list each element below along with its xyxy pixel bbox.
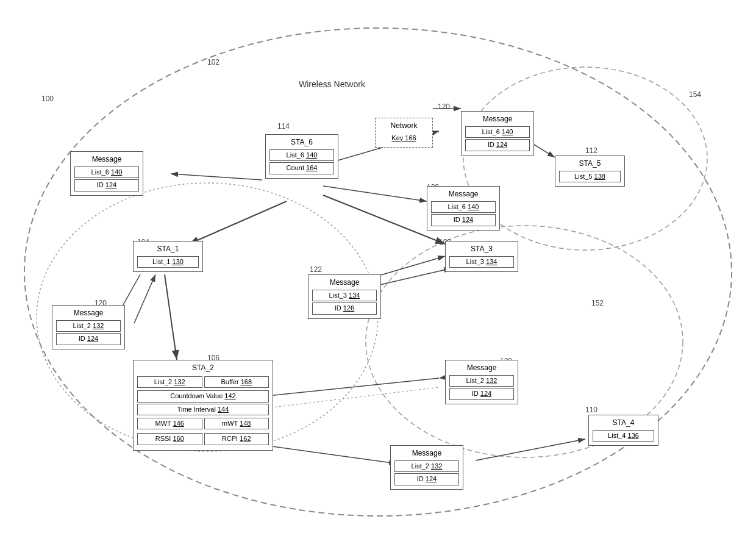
msg-sta2-right-field2: ID 124 (449, 388, 514, 399)
sta1-title: STA_1 (137, 244, 199, 254)
msg-mid-right: Message List_6 140 ID 124 (427, 186, 500, 231)
msg-top-left: Message List_6 140 ID 124 (70, 151, 143, 196)
sta2-field7: RSSI 160 (137, 433, 202, 445)
sta2-node: STA_2 List_2 132 Buffer 168 Countdown Va… (133, 360, 273, 451)
svg-line-6 (171, 174, 262, 180)
sta2-title: STA_2 (137, 363, 269, 373)
msg-sta1-left: Message List_2 132 ID 124 (52, 305, 125, 349)
msg-bottom-center-title: Message (394, 448, 459, 459)
msg-bottom-center-field1: List_2 132 (394, 460, 459, 472)
wireless-network-label: Wireless Network (299, 79, 365, 89)
sta6-node: STA_6 List_6 140 Count 164 (265, 134, 338, 179)
sta4-title: STA_4 (593, 418, 654, 428)
svg-line-19 (476, 439, 585, 460)
msg-sta2-right-title: Message (449, 363, 514, 373)
msg-mid-right-field1: List_6 140 (431, 201, 496, 213)
msg-top-right-field2: ID 124 (465, 139, 530, 151)
svg-line-16 (372, 268, 451, 287)
sta2-field8: RCPI 162 (204, 433, 269, 445)
sta3-node: STA_3 List_3 134 (445, 241, 518, 272)
msg-sta1-left-title: Message (56, 308, 121, 318)
msg-sta2-right-field1: List_2 132 (449, 375, 514, 387)
sta3-field1: List_3 134 (449, 256, 514, 268)
msg-center-field1: List_3 134 (312, 290, 377, 301)
network-key-title: Network (379, 121, 429, 131)
msg-bottom-center: Message List_2 132 ID 124 (390, 445, 463, 490)
msg-sta1-left-field2: ID 124 (56, 333, 121, 345)
sta3-title: STA_3 (449, 244, 514, 254)
sta5-field1: List_5 138 (559, 171, 621, 182)
sta5-node: STA_5 List_5 138 (555, 156, 625, 187)
sta2-field3: Countdown Value 142 (137, 390, 269, 402)
msg-top-right-title: Message (465, 114, 530, 124)
msg-center-title: Message (312, 277, 377, 288)
ref-102: 102 (207, 58, 219, 66)
ref-114: 114 (277, 122, 290, 131)
sta4-node: STA_4 List_4 136 (588, 415, 658, 446)
sta2-row1: List_2 132 Buffer 168 (137, 375, 269, 389)
svg-line-17 (262, 378, 439, 396)
svg-line-11 (189, 201, 287, 244)
msg-top-left-field1: List_6 140 (74, 166, 139, 178)
sta5-title: STA_5 (559, 159, 621, 169)
sta6-field2: Count 164 (269, 162, 334, 174)
msg-bottom-center-field2: ID 124 (394, 473, 459, 485)
ref-120-2: 120 (438, 102, 450, 111)
msg-top-right: Message List_6 140 ID 124 (461, 111, 534, 156)
sta2-field6: mWT 148 (204, 418, 269, 429)
sta2-row2: MWT 146 mWT 148 (137, 417, 269, 431)
svg-line-14 (165, 274, 177, 360)
sta1-field1: List_1 130 (137, 256, 199, 268)
msg-top-left-title: Message (74, 154, 139, 165)
ref-152: 152 (591, 299, 604, 307)
network-key-field: Key 166 (379, 133, 429, 143)
sta4-field1: List_4 136 (593, 430, 654, 442)
msg-top-right-field1: List_6 140 (465, 126, 530, 138)
ref-110: 110 (585, 406, 597, 414)
ref-100: 100 (41, 95, 54, 103)
ref-112: 112 (585, 146, 597, 155)
sta1-node: STA_1 List_1 130 (133, 241, 203, 272)
msg-mid-right-field2: ID 124 (431, 214, 496, 226)
sta2-field2: Buffer 168 (204, 376, 269, 388)
sta2-row3: RSSI 160 RCPI 162 (137, 432, 269, 446)
sta2-field4: Time Interval 144 (137, 404, 269, 415)
msg-sta1-left-field1: List_2 132 (56, 320, 121, 332)
svg-line-21 (262, 387, 439, 409)
diagram: 100 102 104 106 108 110 112 114 120 120 … (0, 0, 756, 544)
svg-line-20 (134, 274, 155, 323)
msg-center-field2: ID 126 (312, 302, 377, 314)
sta6-field1: List_6 140 (269, 149, 334, 161)
sta6-title: STA_6 (269, 137, 334, 148)
msg-sta2-right: Message List_2 132 ID 124 (445, 360, 518, 404)
msg-top-left-field2: ID 124 (74, 179, 139, 191)
network-key-node: Network Key 166 (375, 118, 433, 148)
ref-154: 154 (689, 90, 701, 99)
msg-mid-right-title: Message (431, 189, 496, 199)
ref-122: 122 (310, 265, 322, 274)
sta2-field5: MWT 146 (137, 418, 202, 429)
svg-line-10 (323, 186, 427, 201)
msg-center: Message List_3 134 ID 126 (308, 274, 381, 319)
sta2-field1: List_2 132 (137, 376, 202, 388)
